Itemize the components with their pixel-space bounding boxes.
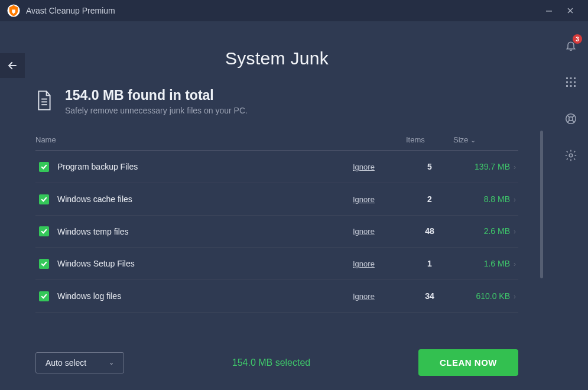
row-item-count: 34 [425, 291, 434, 301]
column-header-items[interactable]: Items [406, 131, 453, 151]
settings-button[interactable] [563, 148, 579, 163]
row-item-count: 1 [427, 259, 432, 268]
ignore-link[interactable]: Ignore [353, 292, 375, 301]
footer-bar: Auto select ⌄ 154.0 MB selected CLEAN NO… [0, 349, 554, 376]
row-item-count: 5 [427, 162, 432, 171]
table-row[interactable]: Windows Setup FilesIgnore11.6 MB› [35, 248, 518, 280]
selected-size-text: 154.0 MB selected [124, 358, 418, 368]
svg-line-20 [572, 115, 574, 118]
table-row[interactable]: Windows temp filesIgnore482.6 MB› [35, 215, 518, 248]
summary-block: 154.0 MB found in total Safely remove un… [35, 87, 518, 115]
svg-rect-16 [574, 85, 576, 87]
svg-rect-1 [546, 11, 552, 12]
chevron-down-icon: ⌄ [470, 136, 476, 144]
column-header-size[interactable]: Size⌄ [453, 131, 518, 151]
support-button[interactable] [563, 111, 579, 126]
svg-line-22 [572, 120, 574, 122]
svg-rect-8 [566, 77, 568, 79]
avast-logo-icon [7, 4, 20, 17]
minimize-button[interactable] [538, 0, 560, 21]
row-size: 8.8 MB [484, 194, 510, 204]
notification-badge: 3 [573, 34, 582, 44]
svg-line-19 [567, 115, 570, 118]
row-item-count: 2 [427, 194, 432, 204]
svg-point-18 [569, 117, 573, 121]
close-button[interactable] [560, 0, 581, 21]
clean-now-button[interactable]: CLEAN NOW [418, 349, 518, 376]
svg-rect-11 [566, 82, 568, 83]
scrollbar[interactable] [540, 131, 543, 278]
notifications-button[interactable]: 3 [563, 38, 579, 53]
row-size: 2.6 MB [484, 226, 510, 236]
chevron-right-icon[interactable]: › [514, 196, 516, 204]
results-table: Name Items Size⌄ Program backup FilesIgn… [35, 131, 518, 313]
found-subtext: Safely remove unnecessary junk files on … [65, 106, 248, 115]
svg-rect-10 [574, 77, 576, 79]
row-name: Windows cache files [57, 194, 132, 204]
table-row[interactable]: Windows cache filesIgnore28.8 MB› [35, 183, 518, 215]
svg-rect-13 [574, 82, 576, 83]
page-title: System Junk [0, 48, 554, 69]
auto-select-label: Auto select [46, 358, 86, 368]
right-sidebar: 3 [554, 21, 588, 390]
svg-line-21 [567, 120, 570, 122]
ignore-link[interactable]: Ignore [353, 259, 375, 268]
svg-rect-12 [570, 82, 572, 83]
chevron-right-icon[interactable]: › [514, 228, 516, 236]
row-checkbox[interactable] [39, 226, 49, 236]
back-button[interactable] [0, 53, 25, 78]
row-name: Windows temp files [57, 227, 129, 236]
ignore-link[interactable]: Ignore [353, 195, 375, 204]
column-header-name[interactable]: Name [35, 131, 353, 151]
svg-rect-9 [570, 77, 572, 79]
app-name: Avast Cleanup Premium [26, 6, 115, 15]
row-size: 610.0 KB [476, 291, 510, 301]
row-item-count: 48 [425, 226, 434, 236]
auto-select-dropdown[interactable]: Auto select ⌄ [35, 352, 124, 373]
chevron-down-icon: ⌄ [109, 359, 114, 366]
chevron-right-icon[interactable]: › [514, 163, 516, 171]
ignore-link[interactable]: Ignore [353, 227, 375, 236]
column-header-ignore [353, 131, 406, 151]
row-checkbox[interactable] [39, 291, 49, 301]
document-icon [35, 90, 54, 113]
row-name: Windows log files [57, 291, 121, 301]
main-panel: System Junk 154.0 MB found in total Safe… [0, 21, 554, 390]
svg-rect-14 [566, 85, 568, 87]
found-heading: 154.0 MB found in total [65, 87, 248, 103]
row-checkbox[interactable] [39, 259, 49, 269]
row-checkbox[interactable] [39, 194, 49, 204]
row-name: Windows Setup Files [57, 259, 135, 269]
ignore-link[interactable]: Ignore [353, 162, 375, 171]
column-header-size-label: Size [453, 135, 468, 144]
table-row[interactable]: Program backup FilesIgnore5139.7 MB› [35, 151, 518, 183]
svg-point-23 [569, 154, 573, 157]
svg-rect-15 [570, 85, 572, 87]
row-name: Program backup Files [57, 162, 138, 171]
chevron-right-icon[interactable]: › [514, 260, 516, 268]
table-row[interactable]: Windows log filesIgnore34610.0 KB› [35, 280, 518, 313]
menu-grid-button[interactable] [563, 74, 579, 90]
row-checkbox[interactable] [39, 162, 49, 172]
row-size: 1.6 MB [484, 259, 510, 268]
chevron-right-icon[interactable]: › [514, 292, 516, 301]
row-size: 139.7 MB [475, 162, 510, 171]
titlebar: Avast Cleanup Premium [0, 0, 588, 21]
